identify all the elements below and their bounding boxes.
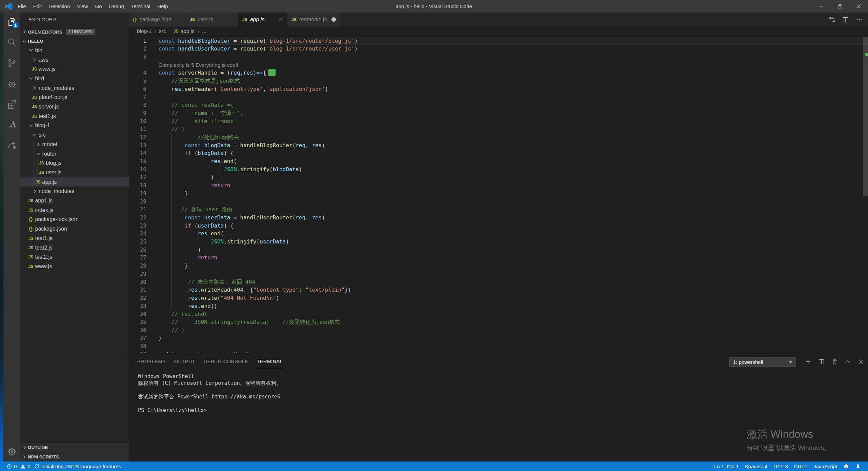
tree-item-index.js[interactable]: JSindex.js: [20, 205, 129, 215]
breadcrumb-blog-1[interactable]: blog-1: [137, 28, 152, 34]
status-feedback[interactable]: [843, 464, 849, 469]
status-eol[interactable]: CRLF: [794, 464, 807, 469]
tree-item-package-lock.json[interactable]: {}package-lock.json: [20, 215, 129, 224]
tree-item-app1.js[interactable]: JSapp1.js: [20, 196, 129, 205]
tree-item-test1.js[interactable]: JStest1.js: [20, 112, 129, 121]
maximize-panel-button[interactable]: [841, 355, 854, 368]
menu-debug[interactable]: Debug: [105, 0, 127, 13]
tree-item-app.js[interactable]: JSapp.js: [20, 177, 129, 187]
editor-scrollbar[interactable]: [863, 37, 868, 196]
tree-item-src[interactable]: src: [20, 130, 129, 140]
tree-item-server.js[interactable]: JSserver.js: [20, 102, 129, 112]
tree-item-user.js[interactable]: JSuser.js: [20, 168, 129, 177]
tree-item-bin[interactable]: bin: [20, 46, 129, 55]
activity-search[interactable]: [3, 33, 20, 51]
restore-button[interactable]: [831, 0, 849, 13]
tab-user.js[interactable]: JSuser.js: [186, 13, 238, 26]
status-language-status[interactable]: Initializing JS/TS language features: [34, 464, 121, 469]
split-terminal-button[interactable]: [815, 355, 828, 368]
status-language-mode[interactable]: JavaScript: [813, 464, 837, 469]
tree-item-router[interactable]: router: [20, 149, 129, 159]
status-encoding[interactable]: UTF-8: [773, 464, 788, 469]
breadcrumb-app.js[interactable]: app.js: [180, 28, 194, 34]
code-line-21: 21 // 处理 user 路由: [129, 205, 868, 214]
tree-item-label: app1.js: [35, 198, 53, 204]
open-editors-section[interactable]: OPEN EDITORS 1 UNSAVED: [20, 27, 129, 37]
tree-item-www.js[interactable]: JSwww.js: [20, 64, 129, 74]
breadcrumb-src[interactable]: src: [159, 28, 166, 34]
activity-source-control[interactable]: [3, 54, 20, 72]
tree-item-blog.js[interactable]: JSblog.js: [20, 158, 129, 168]
panel-tab-terminal[interactable]: TERMINAL: [257, 355, 283, 368]
search-icon: [7, 37, 17, 47]
close-button[interactable]: [849, 0, 868, 13]
minimize-button[interactable]: [812, 0, 831, 13]
line-number: 17: [129, 173, 146, 181]
codelens-annotation[interactable]: Complexity is 5 Everything is cool!: [159, 61, 238, 69]
workspace-root-section[interactable]: HELLO: [20, 37, 129, 46]
status-warnings[interactable]: 0: [20, 464, 30, 469]
tree-item-package.json[interactable]: {}package.json: [20, 224, 129, 234]
breadcrumb-...[interactable]: ...: [202, 28, 206, 34]
activity-extensions[interactable]: [3, 95, 20, 113]
panel-tab-debug-console[interactable]: DEBUG CONSOLE: [204, 355, 248, 368]
status-cursor-position[interactable]: Ln 1, Col 1: [714, 464, 739, 469]
panel-tab-problems[interactable]: PROBLEMS: [137, 355, 166, 368]
section-npm-scripts[interactable]: NPM SCRIPTS: [20, 452, 129, 462]
tree-item-aws[interactable]: aws: [20, 55, 129, 65]
tree-item-label: bird: [35, 76, 44, 82]
terminal-line: 尝试新的跨平台 PowerShell https://aka.ms/pscore…: [138, 393, 281, 400]
line-number: 38: [129, 342, 146, 350]
status-indentation[interactable]: Spaces: 4: [745, 464, 768, 469]
status-errors[interactable]: 0: [6, 464, 17, 469]
activity-azure[interactable]: [3, 115, 20, 133]
menu-selection[interactable]: Selection: [45, 0, 74, 13]
menu-view[interactable]: View: [74, 0, 92, 13]
tree-item-test2.js[interactable]: JStest2.js: [20, 252, 129, 262]
activity-debug[interactable]: [3, 75, 20, 93]
menu-go[interactable]: Go: [92, 0, 105, 13]
sync-changes-button[interactable]: [825, 13, 839, 26]
tree-item-teat1.js[interactable]: JSteat1.js: [20, 234, 129, 243]
status-notifications[interactable]: [855, 464, 861, 469]
dirty-indicator[interactable]: [331, 17, 336, 22]
tree-item-node_modules[interactable]: node_modules: [20, 83, 129, 93]
section-outline[interactable]: OUTLINE: [20, 443, 129, 452]
terminal-output[interactable]: Windows PowerShell版权所有 (C) Microsoft Cor…: [138, 373, 281, 414]
git-branch-icon: [7, 58, 17, 68]
menu-edit[interactable]: Edit: [29, 0, 45, 13]
tree-item-node_modules[interactable]: node_modules: [20, 187, 129, 196]
tab-app.js[interactable]: JSapp.js: [238, 13, 287, 26]
breadcrumbs[interactable]: blog-1srcJSapp.js...: [129, 26, 868, 36]
tree-item-bird[interactable]: bird: [20, 74, 129, 83]
tree-item-blog-1[interactable]: blog-1: [20, 121, 129, 131]
close-panel-button[interactable]: [854, 355, 868, 368]
kill-terminal-button[interactable]: [828, 355, 841, 368]
activity-manage[interactable]: [3, 443, 20, 460]
tab-resmodel.js[interactable]: JSresmodel.js: [287, 13, 340, 26]
code-editor[interactable]: 1const handleBlogRouter = require('blog-…: [129, 36, 868, 353]
close-icon[interactable]: [277, 17, 283, 22]
new-terminal-button[interactable]: [802, 355, 815, 368]
split-editor-button[interactable]: [839, 13, 852, 26]
status-text: JavaScript: [813, 464, 837, 469]
line-number: 21: [129, 205, 146, 214]
more-actions-button[interactable]: [852, 13, 866, 26]
bug-icon: [7, 79, 17, 89]
tab-package.json[interactable]: {}package.json: [129, 13, 186, 26]
tree-item-pfourFour.js[interactable]: JSpfourFour.js: [20, 93, 129, 102]
tree-item-model[interactable]: model: [20, 140, 129, 149]
error-circle-icon: [6, 464, 14, 469]
line-number: 13: [129, 141, 146, 150]
status-bar-left: 00Initializing JS/TS language features: [0, 464, 123, 469]
activity-explorer[interactable]: 1: [3, 13, 20, 31]
menu-help[interactable]: Help: [154, 0, 171, 13]
menu-terminal[interactable]: Terminal: [127, 0, 154, 13]
tree-item-teat2.js[interactable]: JSteat2.js: [20, 243, 129, 253]
tree-item-www.js[interactable]: JSwww.js: [20, 262, 129, 271]
gear-icon: [7, 447, 17, 457]
activity-custom-extension[interactable]: [3, 136, 20, 154]
menu-file[interactable]: File: [14, 0, 29, 13]
terminal-select[interactable]: 1: powershell: [729, 357, 796, 367]
panel-tab-output[interactable]: OUTPUT: [174, 355, 195, 368]
